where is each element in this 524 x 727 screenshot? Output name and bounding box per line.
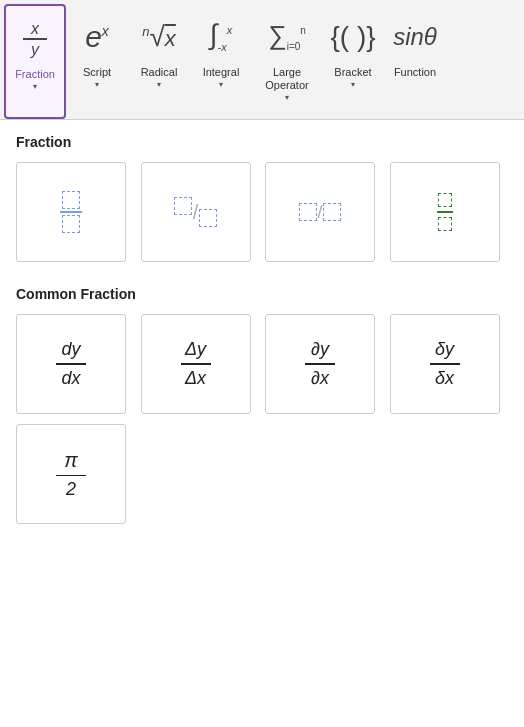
integral-arrow: ▾ [219, 80, 223, 89]
delta-lower-y-x-fraction: δy δx [430, 338, 460, 390]
skewed-denominator-placeholder [199, 209, 217, 227]
fraction-arrow: ▾ [33, 82, 37, 91]
delta-lower-y-x-line [430, 363, 460, 365]
stacked-denominator-placeholder [62, 215, 80, 233]
bracket-arrow: ▾ [351, 80, 355, 89]
fraction-card-stacked[interactable] [16, 162, 126, 262]
integral-icon: ∫-xx [210, 10, 232, 64]
fraction-card-small[interactable] [390, 162, 500, 262]
linear-denominator-placeholder [323, 203, 341, 221]
fraction-section-title: Fraction [16, 134, 508, 150]
partial-y-numerator: ∂y [311, 338, 329, 361]
fraction-label: Fraction [15, 68, 55, 81]
toolbar: x y Fraction ▾ ex Script ▾ n√x Radical ▾… [0, 0, 524, 120]
pi-2-fraction: π 2 [56, 447, 86, 502]
large-operator-icon: ∑i=0n [268, 10, 306, 64]
dy-dx-line [56, 363, 86, 365]
delta-lower-x-denominator: δx [435, 367, 454, 390]
partial-y-x-fraction: ∂y ∂x [305, 338, 335, 390]
common-fraction-card-partial-y-x[interactable]: ∂y ∂x [265, 314, 375, 414]
common-fraction-section-title: Common Fraction [16, 286, 508, 302]
pi-2-line [56, 475, 86, 477]
linear-numerator-placeholder [299, 203, 317, 221]
delta-y-x-line [181, 363, 211, 365]
function-label: Function [394, 66, 436, 79]
integral-label: Integral [203, 66, 240, 79]
common-fraction-card-delta-lower-y-x[interactable]: δy δx [390, 314, 500, 414]
toolbar-bracket-button[interactable]: {( )} Bracket ▾ [322, 4, 384, 119]
common-fraction-grid-bottom: π 2 [16, 424, 508, 524]
fraction-card-linear[interactable]: / [265, 162, 375, 262]
toolbar-script-button[interactable]: ex Script ▾ [66, 4, 128, 119]
partial-y-x-line [305, 363, 335, 365]
small-denominator-placeholder [438, 217, 452, 231]
delta-lower-y-numerator: δy [435, 338, 454, 361]
fraction-card-skewed[interactable]: / [141, 162, 251, 262]
dy-dx-fraction: dy dx [56, 338, 86, 390]
radical-icon: n√x [142, 10, 176, 64]
toolbar-fraction-button[interactable]: x y Fraction ▾ [4, 4, 66, 119]
large-operator-label: LargeOperator [265, 66, 308, 92]
toolbar-large-operator-button[interactable]: ∑i=0n LargeOperator ▾ [252, 4, 322, 119]
toolbar-function-button[interactable]: sinθ Function [384, 4, 446, 119]
toolbar-radical-button[interactable]: n√x Radical ▾ [128, 4, 190, 119]
radical-label: Radical [141, 66, 178, 79]
small-fraction-icon [437, 193, 453, 231]
stacked-fraction-icon [60, 191, 82, 233]
partial-x-denominator: ∂x [311, 367, 329, 390]
common-fraction-card-dy-dx[interactable]: dy dx [16, 314, 126, 414]
script-label: Script [83, 66, 111, 79]
pi-denominator-2: 2 [66, 478, 76, 501]
large-operator-arrow: ▾ [285, 93, 289, 102]
function-icon: sinθ [393, 10, 437, 64]
delta-x-denominator: Δx [185, 367, 206, 390]
toolbar-integral-button[interactable]: ∫-xx Integral ▾ [190, 4, 252, 119]
dy-dx-denominator: dx [61, 367, 80, 390]
linear-fraction-icon: / [299, 202, 340, 223]
skewed-fraction-icon: / [174, 201, 218, 224]
small-fraction-line [437, 211, 453, 213]
content-area: Fraction / / [0, 120, 524, 538]
script-arrow: ▾ [95, 80, 99, 89]
bracket-label: Bracket [334, 66, 371, 79]
pi-numerator: π [64, 447, 77, 473]
script-icon: ex [85, 10, 109, 64]
stacked-numerator-placeholder [62, 191, 80, 209]
common-fraction-card-delta-y-x[interactable]: Δy Δx [141, 314, 251, 414]
common-fraction-card-pi-2[interactable]: π 2 [16, 424, 126, 524]
skewed-numerator-placeholder [174, 197, 192, 215]
fraction-icon: x y [23, 12, 47, 66]
delta-y-x-fraction: Δy Δx [181, 338, 211, 390]
radical-arrow: ▾ [157, 80, 161, 89]
bracket-icon: {( )} [330, 10, 375, 64]
dy-dx-numerator: dy [61, 338, 80, 361]
small-numerator-placeholder [438, 193, 452, 207]
fraction-grid: / / [16, 162, 508, 262]
common-fraction-grid: dy dx Δy Δx ∂y ∂x δy [16, 314, 508, 414]
delta-y-numerator: Δy [185, 338, 206, 361]
